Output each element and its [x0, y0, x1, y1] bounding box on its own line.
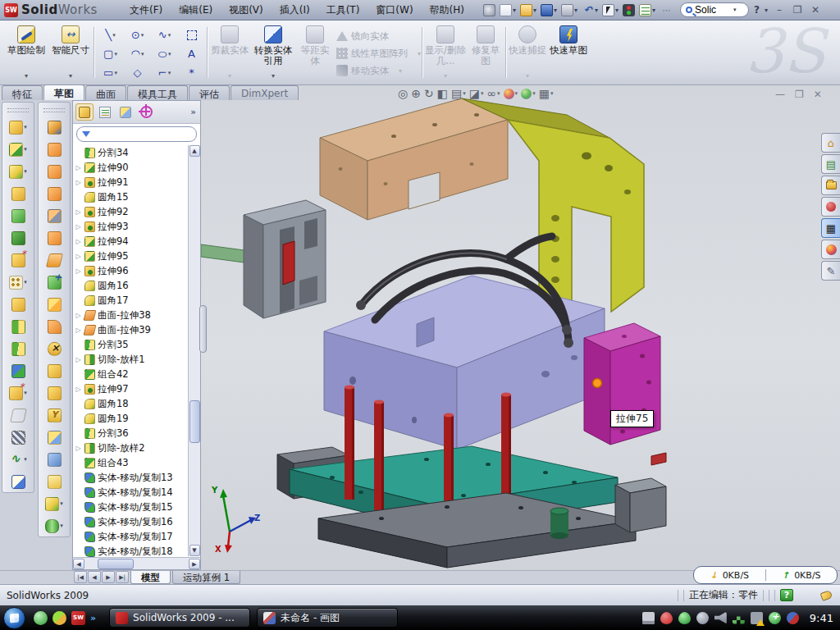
last-tab-icon[interactable]: ▶|: [116, 571, 129, 583]
tree-item[interactable]: 实体-移动/复制18: [75, 544, 200, 557]
game-launcher-icon[interactable]: [52, 611, 66, 625]
panel-splitter-handle[interactable]: [199, 305, 207, 353]
dimxpert-manager-tab[interactable]: [137, 103, 155, 121]
solidworks-launcher-icon[interactable]: SW: [71, 611, 85, 625]
configuration-manager-tab[interactable]: [116, 103, 135, 121]
tab-mold-tools[interactable]: 模具工具: [127, 85, 188, 100]
property-manager-tab[interactable]: [96, 103, 114, 121]
scroll-right-icon[interactable]: ▶: [189, 559, 200, 569]
menu-file[interactable]: 文件(F): [122, 1, 170, 20]
resources-home-icon[interactable]: ⌂: [821, 133, 840, 153]
doc-restore-button[interactable]: ❐: [795, 89, 804, 100]
restore-button[interactable]: ❐: [791, 4, 804, 16]
custom-properties-icon[interactable]: ✎: [821, 261, 840, 281]
panel-overflow-icon[interactable]: »: [190, 107, 198, 117]
tree-item[interactable]: 圆角19: [75, 411, 200, 426]
tree-item[interactable]: 圆角17: [75, 293, 200, 308]
tree-item[interactable]: 切除-放样2: [75, 441, 200, 455]
tree-item[interactable]: 拉伸91: [75, 175, 200, 189]
move-entities-button[interactable]: 移动实体: [336, 63, 421, 78]
expand-arrow-icon[interactable]: [75, 238, 82, 245]
3d-model[interactable]: [201, 85, 840, 570]
wireless-warning-icon[interactable]: [751, 612, 763, 624]
expand-arrow-icon[interactable]: [75, 326, 82, 334]
view-orientation-icon[interactable]: ▤: [451, 87, 466, 100]
tree-item[interactable]: 分割36: [75, 426, 200, 441]
horizontal-scroll-thumb[interactable]: [98, 559, 134, 569]
health-monitor-icon[interactable]: [769, 612, 781, 624]
tree-item[interactable]: 实体-移动/复制13: [75, 470, 200, 485]
menu-insert[interactable]: 插入(I): [272, 1, 317, 20]
tree-item[interactable]: 分割34: [75, 145, 200, 160]
motion-study-tab[interactable]: 运动算例 1: [172, 571, 240, 584]
menu-tools[interactable]: 工具(T): [319, 1, 368, 20]
expand-arrow-icon[interactable]: [75, 164, 82, 171]
tree-item[interactable]: 拉伸90: [75, 160, 200, 175]
quick-launch-overflow-icon[interactable]: »: [90, 613, 96, 623]
expand-arrow-icon[interactable]: [75, 356, 82, 363]
tab-evaluate[interactable]: 评估: [189, 85, 230, 100]
next-tab-icon[interactable]: ▶: [102, 571, 115, 583]
tree-item[interactable]: 圆角15: [75, 189, 200, 204]
offset-entities-button[interactable]: 等距实体: [297, 24, 333, 81]
smart-dimension-dropdown-icon[interactable]: ▾: [69, 72, 72, 80]
part-red-insert[interactable]: [283, 241, 294, 285]
part-cam-slider[interactable]: [244, 200, 326, 318]
tree-item[interactable]: 拉伸94: [75, 234, 200, 249]
help-button[interactable]: ?: [754, 4, 760, 16]
tree-item[interactable]: 圆角16: [75, 278, 200, 293]
model-tab[interactable]: 模型: [130, 571, 171, 584]
tree-item[interactable]: 分割35: [75, 337, 200, 352]
menu-edit[interactable]: 编辑(E): [171, 1, 220, 20]
zoom-fit-icon[interactable]: ◎: [398, 87, 408, 100]
tree-item[interactable]: 实体-移动/复制15: [75, 500, 200, 514]
part-locating-cylinder[interactable]: [550, 508, 568, 539]
scroll-left-icon[interactable]: ◀: [73, 559, 84, 569]
tree-item[interactable]: 拉伸96: [75, 263, 200, 278]
mirror-entities-button[interactable]: 镜向实体: [336, 29, 421, 43]
tab-surfaces[interactable]: 曲面: [85, 85, 126, 100]
tab-features[interactable]: 特征: [2, 85, 43, 100]
help-dropdown-icon[interactable]: ▾: [765, 7, 768, 14]
smart-dimension-button[interactable]: ↔ 智能尺寸 ▾: [49, 24, 92, 81]
search-input[interactable]: [695, 4, 731, 16]
antivirus-icon[interactable]: [660, 612, 673, 624]
tag-icon[interactable]: [820, 590, 833, 601]
expand-arrow-icon[interactable]: [75, 386, 82, 393]
update-icon[interactable]: [696, 612, 709, 624]
tree-horizontal-scrollbar[interactable]: ◀ ▶: [73, 557, 200, 569]
messenger-icon[interactable]: [34, 611, 48, 625]
tree-item[interactable]: 实体-移动/复制16: [75, 514, 200, 529]
linear-sketch-pattern-button[interactable]: 线性草图阵列: [336, 46, 421, 61]
tree-item[interactable]: 拉伸93: [75, 219, 200, 234]
sketch-dropdown-icon[interactable]: ▾: [25, 72, 28, 80]
security-shield-icon[interactable]: [678, 612, 691, 624]
apply-scene-icon[interactable]: [521, 89, 536, 99]
trim-entities-button[interactable]: 剪裁实体 ▾: [210, 24, 249, 81]
design-library-icon[interactable]: ▤: [821, 154, 840, 174]
sketch-button[interactable]: 草图绘制 ▾: [5, 24, 48, 81]
search-box[interactable]: ▾: [680, 2, 749, 17]
rotate-view-icon[interactable]: ↻: [424, 87, 434, 100]
expand-arrow-icon[interactable]: [75, 208, 82, 216]
part-clamp-block-right[interactable]: [615, 478, 666, 532]
expand-arrow-icon[interactable]: [75, 253, 82, 260]
file-explorer-icon[interactable]: [821, 176, 840, 195]
appearances-icon[interactable]: [821, 240, 840, 259]
rapid-sketch-button[interactable]: 快速草图: [548, 24, 589, 81]
tab-sketch[interactable]: 草图: [43, 84, 84, 100]
close-button[interactable]: ✕: [809, 4, 822, 16]
prev-tab-icon[interactable]: ◀: [88, 571, 101, 583]
tree-item[interactable]: 拉伸95: [75, 249, 200, 263]
search-dropdown-icon[interactable]: ▾: [733, 7, 737, 13]
part-cavity-block[interactable]: [324, 276, 625, 450]
feature-manager-tab[interactable]: [75, 103, 94, 121]
menu-view[interactable]: 视图(V): [221, 1, 271, 20]
tree-item[interactable]: 曲面-拉伸39: [75, 322, 200, 337]
expand-arrow-icon[interactable]: [75, 179, 82, 186]
doc-minimize-button[interactable]: —: [775, 89, 785, 100]
tree-item[interactable]: 拉伸97: [75, 381, 200, 396]
toolbox-icon[interactable]: [821, 197, 840, 217]
net-speed-monitor[interactable]: ↓0KB/S ↑0KB/S: [693, 566, 838, 584]
repair-sketch-button[interactable]: 修复草图: [468, 24, 504, 81]
